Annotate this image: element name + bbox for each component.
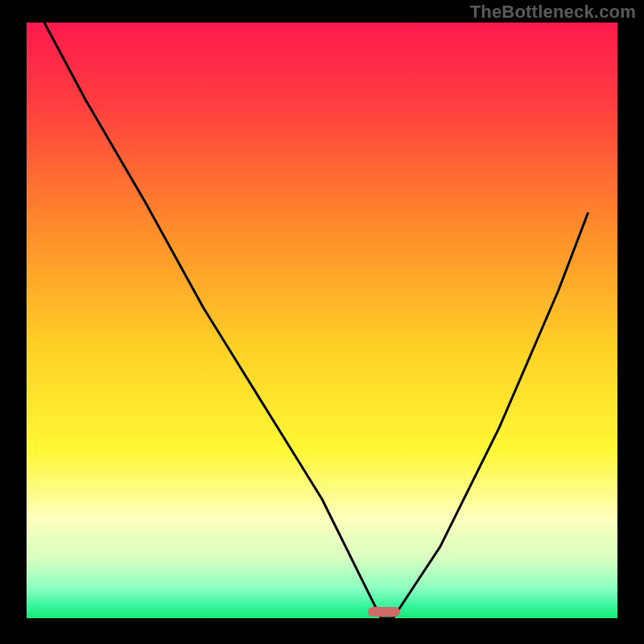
bottleneck-curve	[27, 23, 617, 618]
watermark-text: TheBottleneck.com	[470, 2, 636, 23]
plot-area	[27, 23, 617, 618]
chart-frame: TheBottleneck.com	[0, 0, 644, 644]
optimum-marker	[368, 607, 400, 617]
